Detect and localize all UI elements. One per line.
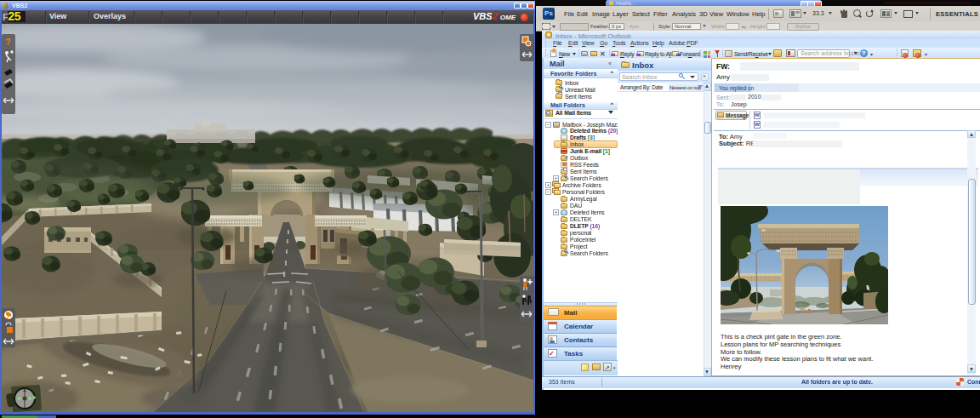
svg-text:?: ?	[5, 37, 11, 47]
